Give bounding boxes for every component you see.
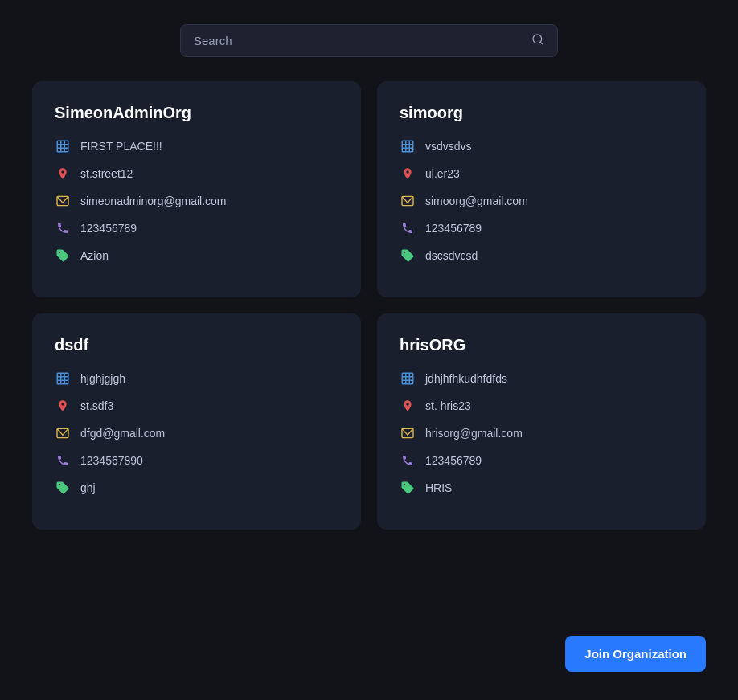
email-icon — [400, 193, 416, 209]
building-icon — [55, 370, 71, 387]
org-address-row-org4: st. hris23 — [400, 398, 683, 414]
org-name-org1: SimeonAdminOrg — [55, 104, 338, 122]
org-tag-row-org4: HRIS — [400, 480, 683, 496]
org-phone-row-org1: 123456789 — [55, 220, 338, 236]
org-name-org4: hrisORG — [400, 336, 683, 354]
building-icon — [55, 138, 71, 154]
org-card-org1[interactable]: SimeonAdminOrg FIRST PLACE!!! — [32, 81, 361, 297]
org-building-text: FIRST PLACE!!! — [80, 140, 162, 153]
tag-icon — [400, 248, 416, 264]
org-address-row-org1: st.street12 — [55, 166, 338, 182]
org-address-text: st. hris23 — [425, 399, 471, 412]
phone-icon — [400, 220, 416, 236]
org-phone-row-org4: 123456789 — [400, 452, 683, 469]
tag-icon — [55, 480, 71, 496]
org-tag-row-org1: Azion — [55, 248, 338, 264]
svg-line-1 — [540, 42, 543, 44]
org-building-row-org3: hjghjgjgh — [55, 370, 338, 387]
org-email-text: simeonadminorg@gmail.com — [80, 194, 227, 207]
org-building-text: vsdvsdvs — [425, 140, 472, 153]
org-phone-row-org2: 123456789 — [400, 220, 683, 236]
org-phone-text: 123456789 — [425, 454, 482, 467]
org-tag-text: dscsdvcsd — [425, 249, 478, 262]
org-tag-text: ghj — [80, 481, 96, 494]
org-building-text: jdhjhfhkudhfdfds — [425, 372, 507, 385]
org-card-org4[interactable]: hrisORG jdhjhfhkudhfdfds — [377, 313, 706, 530]
org-name-org3: dsdf — [55, 336, 338, 354]
org-phone-text: 123456789 — [425, 222, 482, 235]
org-tag-text: Azion — [80, 249, 109, 262]
org-building-row-org2: vsdvsdvs — [400, 138, 683, 154]
org-address-text: ul.er23 — [425, 167, 460, 180]
phone-icon — [400, 452, 416, 469]
org-email-row-org4: hrisorg@gmail.com — [400, 425, 683, 441]
location-icon — [55, 166, 71, 182]
org-address-row-org3: st.sdf3 — [55, 398, 338, 414]
email-icon — [400, 425, 416, 441]
email-icon — [55, 425, 71, 441]
org-building-row-org1: FIRST PLACE!!! — [55, 138, 338, 154]
svg-rect-8 — [402, 141, 413, 152]
page-container: SimeonAdminOrg FIRST PLACE!!! — [0, 0, 738, 610]
svg-rect-2 — [57, 141, 68, 152]
org-address-row-org2: ul.er23 — [400, 166, 683, 182]
search-input[interactable] — [194, 34, 523, 47]
org-address-text: st.sdf3 — [80, 399, 113, 412]
org-tag-text: HRIS — [425, 481, 452, 494]
svg-rect-14 — [57, 373, 68, 384]
org-tag-row-org3: ghj — [55, 480, 338, 496]
building-icon — [400, 370, 416, 387]
org-email-row-org3: dfgd@gmail.com — [55, 425, 338, 441]
location-icon — [400, 166, 416, 182]
building-icon — [400, 138, 416, 154]
org-phone-row-org3: 1234567890 — [55, 452, 338, 469]
org-email-text: hrisorg@gmail.com — [425, 427, 523, 440]
email-icon — [55, 193, 71, 209]
join-organization-button[interactable]: Join Organization — [565, 636, 706, 672]
phone-icon — [55, 220, 71, 236]
org-tag-row-org2: dscsdvcsd — [400, 248, 683, 264]
tag-icon — [55, 248, 71, 264]
org-card-org2[interactable]: simoorg vsdvsdvs — [377, 81, 706, 297]
org-address-text: st.street12 — [80, 167, 133, 180]
org-phone-text: 123456789 — [80, 222, 137, 235]
phone-icon — [55, 452, 71, 469]
org-email-row-org2: simoorg@gmail.com — [400, 193, 683, 209]
search-bar — [180, 24, 558, 57]
org-phone-text: 1234567890 — [80, 454, 143, 467]
org-building-text: hjghjgjgh — [80, 372, 125, 385]
cards-grid: SimeonAdminOrg FIRST PLACE!!! — [32, 81, 706, 530]
org-card-org3[interactable]: dsdf hjghjgjgh — [32, 313, 361, 530]
tag-icon — [400, 480, 416, 496]
location-icon — [400, 398, 416, 414]
org-email-row-org1: simeonadminorg@gmail.com — [55, 193, 338, 209]
location-icon — [55, 398, 71, 414]
svg-rect-20 — [402, 373, 413, 384]
org-building-row-org4: jdhjhfhkudhfdfds — [400, 370, 683, 387]
org-name-org2: simoorg — [400, 104, 683, 122]
org-email-text: dfgd@gmail.com — [80, 427, 165, 440]
search-wrapper — [32, 16, 706, 57]
search-icon — [531, 33, 544, 48]
org-email-text: simoorg@gmail.com — [425, 194, 528, 207]
